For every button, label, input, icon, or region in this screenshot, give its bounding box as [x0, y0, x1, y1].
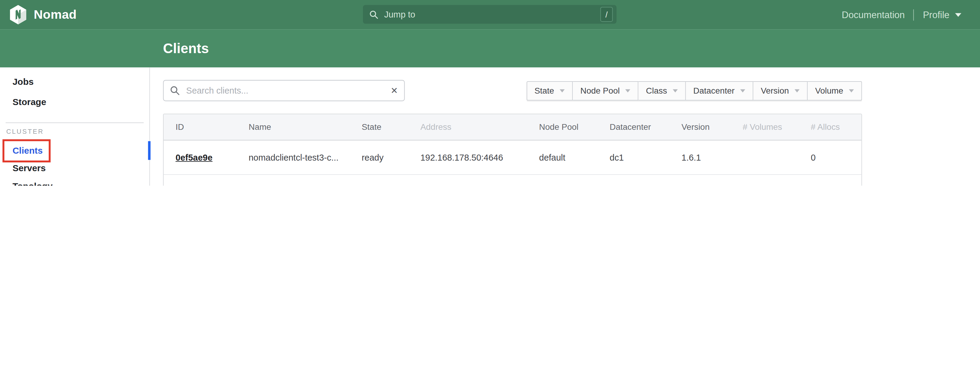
- filter-node-pool-label: Node Pool: [580, 86, 619, 95]
- chevron-down-icon: [625, 89, 630, 92]
- top-navbar: Nomad / Documentation Profile: [0, 0, 980, 29]
- chevron-down-icon: [740, 89, 745, 92]
- client-name: nomadclientcl-test3-c...: [237, 141, 350, 174]
- filter-state-label: State: [535, 86, 554, 95]
- client-datacenter: dc1: [598, 175, 670, 186]
- client-state: ready: [350, 175, 409, 186]
- content: Jobs Storage CLUSTER Clients Servers Top…: [0, 67, 980, 186]
- client-address: 192.168.178.42:4646: [409, 175, 527, 186]
- sidebar-item-jobs[interactable]: Jobs: [13, 76, 33, 87]
- page-header: Clients: [0, 29, 980, 67]
- column-header-name[interactable]: Name: [237, 115, 350, 140]
- chevron-down-icon: [560, 89, 565, 92]
- chevron-down-icon: [795, 89, 800, 92]
- filter-state[interactable]: State: [526, 81, 573, 100]
- filter-group: State Node Pool Class Datacenter: [526, 81, 862, 100]
- chevron-down-icon: [673, 89, 678, 92]
- toolbar: ✕ State Node Pool Class: [163, 80, 862, 101]
- navbar-links: Documentation Profile: [842, 9, 980, 20]
- profile-label: Profile: [923, 10, 950, 20]
- table-row[interactable]: 0ef5ae9e nomadclientcl-test3-c... ready …: [164, 141, 861, 175]
- column-header-node-pool[interactable]: Node Pool: [527, 115, 598, 140]
- search-icon: [170, 85, 180, 96]
- column-header-datacenter[interactable]: Datacenter: [598, 115, 670, 140]
- column-header-allocs: # Allocs: [799, 115, 861, 140]
- client-version: 1.6.1: [670, 175, 731, 186]
- sidebar-section-cluster: CLUSTER: [6, 127, 44, 135]
- client-node-pool: default: [527, 175, 598, 186]
- client-node-pool: default: [527, 141, 598, 174]
- search-clients-box[interactable]: ✕: [163, 80, 405, 101]
- nomad-logo-icon: [9, 4, 27, 25]
- active-nav-indicator: [148, 141, 150, 160]
- clients-table: ID Name State Address Node Pool Datacent…: [163, 114, 862, 186]
- filter-class-label: Class: [646, 86, 667, 95]
- client-datacenter: dc1: [598, 141, 670, 174]
- page-title: Clients: [163, 40, 209, 56]
- filter-version-label: Version: [761, 86, 789, 95]
- search-icon: [369, 10, 379, 19]
- client-state: ready: [350, 141, 409, 174]
- client-allocs: 0: [799, 141, 861, 174]
- filter-datacenter-label: Datacenter: [693, 86, 735, 95]
- column-header-volumes: # Volumes: [731, 115, 799, 140]
- sidebar-item-servers[interactable]: Servers: [13, 163, 46, 174]
- column-header-id[interactable]: ID: [164, 115, 237, 140]
- table-row[interactable]: 6aa47771 nomadclientcl-test3-c... ready …: [164, 175, 861, 186]
- jump-to-input[interactable]: [383, 9, 600, 20]
- filter-version[interactable]: Version: [753, 81, 808, 100]
- main-panel: ✕ State Node Pool Class: [163, 67, 862, 186]
- column-header-version[interactable]: Version: [670, 115, 731, 140]
- sidebar-item-storage[interactable]: Storage: [13, 96, 46, 107]
- slash-shortcut-badge: /: [600, 7, 612, 22]
- column-header-address: Address: [409, 115, 527, 140]
- filter-node-pool[interactable]: Node Pool: [573, 81, 638, 100]
- client-volumes: [731, 175, 799, 186]
- sidebar-divider: [6, 123, 144, 123]
- nomad-brand[interactable]: Nomad: [0, 4, 77, 25]
- chevron-down-icon: [955, 13, 962, 16]
- navbar-divider: [913, 9, 914, 20]
- client-id-link[interactable]: 0ef5ae9e: [175, 153, 212, 163]
- column-header-state[interactable]: State: [350, 115, 409, 140]
- jump-to-search[interactable]: /: [363, 5, 617, 24]
- sidebar: Jobs Storage CLUSTER Clients Servers Top…: [0, 67, 150, 186]
- filter-datacenter[interactable]: Datacenter: [686, 81, 754, 100]
- client-allocs: 0: [799, 175, 861, 186]
- table-header-row: ID Name State Address Node Pool Datacent…: [164, 115, 861, 141]
- client-version: 1.6.1: [670, 141, 731, 174]
- client-volumes: [731, 141, 799, 174]
- sidebar-item-topology[interactable]: Topology: [13, 180, 52, 186]
- client-address: 192.168.178.50:4646: [409, 141, 527, 174]
- filter-class[interactable]: Class: [638, 81, 686, 100]
- search-clients-input[interactable]: [185, 85, 390, 96]
- clear-search-icon[interactable]: ✕: [391, 86, 398, 95]
- client-name: nomadclientcl-test3-c...: [237, 175, 350, 186]
- app: Nomad / Documentation Profile Clients: [0, 0, 980, 186]
- brand-name: Nomad: [34, 8, 77, 22]
- profile-menu[interactable]: Profile: [923, 10, 961, 20]
- filter-volume[interactable]: Volume: [808, 81, 862, 100]
- chevron-down-icon: [849, 89, 854, 92]
- sidebar-item-clients[interactable]: Clients: [13, 145, 43, 156]
- documentation-link[interactable]: Documentation: [842, 10, 905, 20]
- filter-volume-label: Volume: [815, 86, 843, 95]
